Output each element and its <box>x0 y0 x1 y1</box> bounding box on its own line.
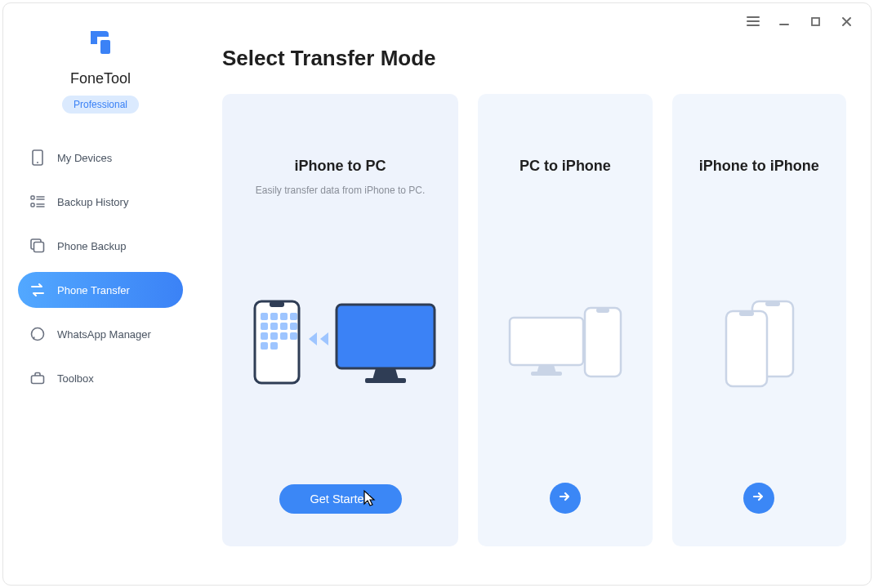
svg-rect-10 <box>31 196 34 199</box>
card-iphone-to-pc[interactable]: iPhone to PC Easily transfer data from i… <box>222 94 458 546</box>
arrow-button[interactable] <box>550 483 581 514</box>
arrow-right-icon <box>752 491 765 506</box>
app-name: FoneTool <box>70 70 131 87</box>
card-title: iPhone to PC <box>295 158 386 175</box>
arrow-button[interactable] <box>743 483 774 514</box>
sidebar-item-phone-transfer[interactable]: Phone Transfer <box>18 272 183 308</box>
sidebar-item-label: WhatsApp Manager <box>57 328 151 341</box>
svg-rect-22 <box>270 313 278 320</box>
svg-rect-37 <box>510 318 583 365</box>
arrow-right-icon <box>559 491 572 506</box>
sidebar-item-backup-history[interactable]: Backup History <box>18 184 183 220</box>
card-iphone-to-iphone[interactable]: iPhone to iPhone <box>672 94 846 546</box>
transfer-icon <box>29 282 46 298</box>
sidebar-item-my-devices[interactable]: My Devices <box>18 140 183 176</box>
iphone-to-iphone-illustration <box>687 201 832 483</box>
sidebar-item-whatsapp-manager[interactable]: WhatsApp Manager <box>18 316 183 352</box>
svg-rect-11 <box>31 203 34 207</box>
sidebar-nav: My Devices Backup History Phone Backup P… <box>3 140 198 396</box>
svg-rect-23 <box>280 313 288 320</box>
copy-icon <box>29 238 46 254</box>
app-logo-icon <box>84 26 117 62</box>
svg-rect-39 <box>585 308 621 376</box>
svg-rect-43 <box>726 311 767 386</box>
svg-rect-34 <box>270 342 278 350</box>
sidebar-item-label: Phone Backup <box>57 240 127 252</box>
svg-rect-24 <box>290 313 297 320</box>
svg-rect-31 <box>280 332 288 340</box>
pc-to-iphone-illustration <box>493 201 637 483</box>
sidebar-item-label: Toolbox <box>57 372 94 385</box>
svg-rect-44 <box>739 311 754 316</box>
svg-rect-42 <box>765 301 780 306</box>
svg-rect-38 <box>531 372 562 376</box>
svg-rect-16 <box>34 243 44 252</box>
sidebar-item-label: Phone Transfer <box>57 284 130 296</box>
card-title: iPhone to iPhone <box>699 158 819 175</box>
get-started-button[interactable]: Get Started <box>279 484 402 514</box>
main-content: Select Transfer Mode iPhone to PC Easily… <box>198 3 871 585</box>
iphone-to-pc-illustration <box>237 201 444 484</box>
sidebar-item-phone-backup[interactable]: Phone Backup <box>18 228 183 264</box>
svg-rect-33 <box>261 342 268 350</box>
svg-rect-21 <box>261 313 268 320</box>
sidebar-item-label: My Devices <box>57 152 112 164</box>
svg-rect-36 <box>365 378 406 383</box>
app-brand: FoneTool Professional <box>3 26 198 114</box>
svg-rect-25 <box>261 323 268 330</box>
list-icon <box>29 194 46 210</box>
sidebar-item-toolbox[interactable]: Toolbox <box>18 360 183 396</box>
svg-rect-26 <box>270 323 278 330</box>
card-pc-to-iphone[interactable]: PC to iPhone <box>478 94 652 546</box>
svg-rect-30 <box>270 332 278 340</box>
svg-rect-28 <box>290 323 297 330</box>
sidebar: FoneTool Professional My Devices Backup … <box>3 3 198 585</box>
app-window: FoneTool Professional My Devices Backup … <box>2 2 872 586</box>
svg-rect-18 <box>32 376 44 384</box>
transfer-mode-cards: iPhone to PC Easily transfer data from i… <box>222 94 846 546</box>
svg-rect-32 <box>290 332 297 340</box>
toolbox-icon <box>29 370 46 386</box>
sidebar-item-label: Backup History <box>57 196 128 208</box>
chat-icon <box>29 326 46 342</box>
svg-rect-20 <box>270 301 284 307</box>
edition-badge: Professional <box>62 96 139 114</box>
svg-point-9 <box>37 162 38 163</box>
card-subtitle: Easily transfer data from iPhone to PC. <box>256 185 425 201</box>
svg-rect-7 <box>100 40 110 54</box>
svg-rect-29 <box>261 332 268 340</box>
phone-icon <box>29 149 46 166</box>
page-title: Select Transfer Mode <box>222 46 846 71</box>
svg-rect-35 <box>337 305 435 368</box>
svg-rect-40 <box>596 308 609 313</box>
card-title: PC to iPhone <box>519 158 611 175</box>
svg-rect-27 <box>280 323 288 330</box>
